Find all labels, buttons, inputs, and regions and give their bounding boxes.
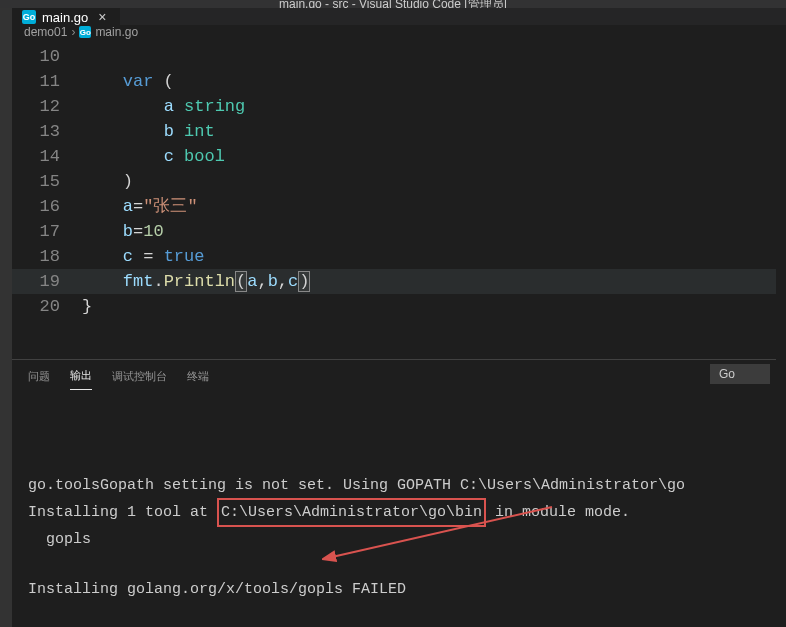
- bottom-panel: 问题 输出 调试控制台 终端 Go go.toolsGopath setting…: [12, 359, 786, 627]
- output-channel-dropdown[interactable]: Go: [710, 364, 770, 384]
- code-line[interactable]: 15 ): [12, 169, 786, 194]
- line-number: 13: [12, 119, 82, 144]
- window-title: main.go - src - Visual Studio Code [管理员]: [279, 0, 507, 8]
- code-line[interactable]: 17 b=10: [12, 219, 786, 244]
- editor-tab-main-go[interactable]: Go main.go ×: [12, 8, 120, 25]
- highlighted-path: C:\Users\Administrator\go\bin: [217, 498, 486, 527]
- code-line[interactable]: 18 c = true: [12, 244, 786, 269]
- code-line[interactable]: 16 a="张三": [12, 194, 786, 219]
- panel-tab-bar: 问题 输出 调试控制台 终端 Go: [12, 360, 786, 392]
- panel-tab-problems[interactable]: 问题: [28, 363, 50, 390]
- line-number: 19: [12, 269, 82, 294]
- code-content[interactable]: fmt.Println(a,b,c): [82, 269, 786, 294]
- code-content[interactable]: b=10: [82, 219, 786, 244]
- code-line[interactable]: 20}: [12, 294, 786, 319]
- line-number: 17: [12, 219, 82, 244]
- code-line[interactable]: 10: [12, 44, 786, 69]
- code-content[interactable]: a="张三": [82, 194, 786, 219]
- close-icon[interactable]: ×: [94, 9, 110, 25]
- line-number: 12: [12, 94, 82, 119]
- output-line: [28, 552, 770, 577]
- code-content[interactable]: ): [82, 169, 786, 194]
- go-file-icon: Go: [79, 26, 91, 38]
- go-file-icon: Go: [22, 10, 36, 24]
- window-title-bar: main.go - src - Visual Studio Code [管理员]: [0, 0, 786, 8]
- line-number: 10: [12, 44, 82, 69]
- activity-bar[interactable]: [0, 8, 12, 627]
- output-line: [28, 602, 770, 627]
- output-line: go.toolsGopath setting is not set. Using…: [28, 473, 770, 498]
- code-line[interactable]: 12 a string: [12, 94, 786, 119]
- tab-label: main.go: [42, 10, 88, 25]
- output-line: Installing golang.org/x/tools/gopls FAIL…: [28, 577, 770, 602]
- line-number: 15: [12, 169, 82, 194]
- output-line: gopls: [28, 527, 770, 552]
- line-number: 11: [12, 69, 82, 94]
- breadcrumb[interactable]: demo01 › Go main.go: [12, 25, 786, 40]
- minimap[interactable]: [776, 66, 786, 386]
- output-content[interactable]: go.toolsGopath setting is not set. Using…: [12, 392, 786, 627]
- output-line: Installing 1 tool at C:\Users\Administra…: [28, 498, 770, 527]
- line-number: 18: [12, 244, 82, 269]
- code-content[interactable]: }: [82, 294, 786, 319]
- panel-tab-output[interactable]: 输出: [70, 362, 92, 390]
- code-content[interactable]: c = true: [82, 244, 786, 269]
- chevron-right-icon: ›: [71, 25, 75, 39]
- editor-tab-bar: Go main.go ×: [12, 8, 786, 25]
- line-number: 16: [12, 194, 82, 219]
- panel-tab-debug-console[interactable]: 调试控制台: [112, 363, 167, 390]
- code-line[interactable]: 13 b int: [12, 119, 786, 144]
- code-content[interactable]: [82, 44, 786, 69]
- code-content[interactable]: a string: [82, 94, 786, 119]
- code-content[interactable]: var (: [82, 69, 786, 94]
- breadcrumb-folder[interactable]: demo01: [24, 25, 67, 39]
- breadcrumb-file[interactable]: main.go: [95, 25, 138, 39]
- panel-tab-terminal[interactable]: 终端: [187, 363, 209, 390]
- code-line[interactable]: 19 fmt.Println(a,b,c): [12, 269, 786, 294]
- code-line[interactable]: 14 c bool: [12, 144, 786, 169]
- code-content[interactable]: c bool: [82, 144, 786, 169]
- line-number: 20: [12, 294, 82, 319]
- code-content[interactable]: b int: [82, 119, 786, 144]
- code-line[interactable]: 11 var (: [12, 69, 786, 94]
- line-number: 14: [12, 144, 82, 169]
- code-editor[interactable]: 1011 var (12 a string13 b int14 c bool15…: [12, 40, 786, 359]
